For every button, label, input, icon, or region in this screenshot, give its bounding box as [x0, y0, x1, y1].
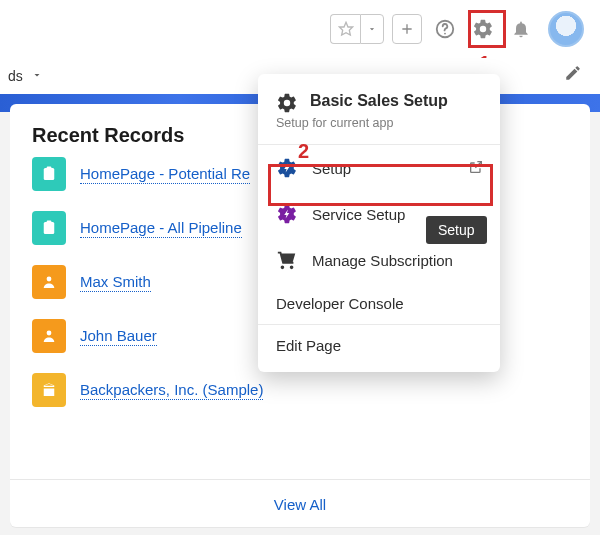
help-button[interactable]	[430, 14, 460, 44]
gear-icon	[472, 18, 494, 40]
global-header	[0, 0, 600, 58]
edit-page-button[interactable]	[564, 64, 582, 86]
dashboard-icon	[32, 157, 66, 191]
menu-item-label: Developer Console	[276, 295, 404, 312]
bell-icon	[511, 19, 531, 39]
notifications-button[interactable]	[506, 14, 536, 44]
record-link[interactable]: Max Smith	[80, 273, 151, 292]
menu-section-header[interactable]: Basic Sales Setup	[258, 88, 500, 114]
view-all-link[interactable]: View All	[10, 479, 590, 527]
svg-marker-0	[339, 22, 352, 35]
dashboard-icon	[32, 211, 66, 245]
cart-icon	[276, 249, 298, 271]
svg-rect-6	[47, 221, 52, 224]
svg-point-2	[444, 33, 446, 35]
user-avatar[interactable]	[548, 11, 584, 47]
plus-icon	[399, 21, 415, 37]
setup-menu: Basic Sales Setup Setup for current app …	[258, 74, 500, 372]
menu-section-title: Basic Sales Setup	[310, 92, 448, 110]
svg-rect-5	[44, 222, 55, 234]
record-link[interactable]: John Bauer	[80, 327, 157, 346]
gear-icon	[276, 92, 298, 114]
menu-section-subtitle: Setup for current app	[258, 114, 500, 144]
svg-point-8	[47, 331, 52, 336]
menu-item-manage-subscription[interactable]: Manage Subscription	[258, 237, 500, 283]
record-link[interactable]: HomePage - All Pipeline	[80, 219, 242, 238]
favorite-icon[interactable]	[330, 14, 360, 44]
pencil-icon	[564, 64, 582, 82]
menu-item-edit-page[interactable]: Edit Page	[258, 325, 500, 366]
menu-item-label: Edit Page	[276, 337, 341, 354]
nav-item-label[interactable]: ds	[8, 68, 23, 84]
favorite-split-button[interactable]	[330, 14, 384, 44]
chevron-down-icon[interactable]	[31, 67, 43, 85]
account-icon	[32, 373, 66, 407]
gear-bolt-blue-icon	[276, 157, 298, 179]
record-link[interactable]: HomePage - Potential Re	[80, 165, 250, 184]
setup-gear-button[interactable]	[468, 14, 498, 44]
svg-rect-3	[44, 168, 55, 180]
menu-item-setup[interactable]: Setup	[258, 145, 500, 191]
menu-item-label: Setup	[312, 160, 351, 177]
menu-item-label: Manage Subscription	[312, 252, 453, 269]
menu-item-service-setup[interactable]: Service Setup	[258, 191, 500, 237]
global-actions-button[interactable]	[392, 14, 422, 44]
contact-icon	[32, 265, 66, 299]
svg-point-7	[47, 277, 52, 282]
record-row[interactable]: Backpackers, Inc. (Sample)	[32, 373, 568, 407]
menu-item-label: Service Setup	[312, 206, 405, 223]
open-external-icon	[468, 159, 484, 178]
menu-item-developer-console[interactable]: Developer Console	[258, 283, 500, 324]
record-link[interactable]: Backpackers, Inc. (Sample)	[80, 381, 263, 400]
favorite-dropdown-icon[interactable]	[360, 14, 384, 44]
contact-icon	[32, 319, 66, 353]
svg-rect-4	[47, 167, 52, 170]
gear-bolt-purple-icon	[276, 203, 298, 225]
question-icon	[434, 18, 456, 40]
